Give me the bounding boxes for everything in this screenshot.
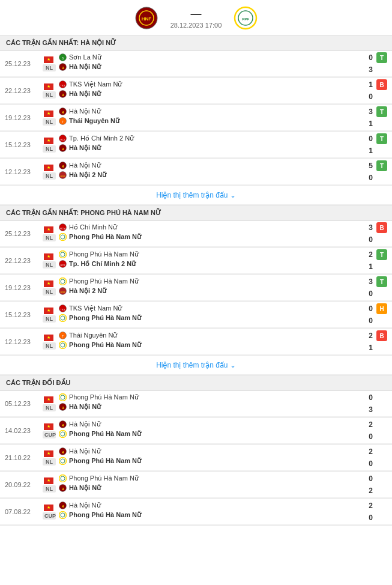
- team1-icon: S: [58, 53, 67, 61]
- match-block: 12.12.23 NL T Thái Nguyên Nữ Phong Phú H…: [0, 329, 392, 356]
- svg-text:H: H: [61, 65, 64, 69]
- score2: 0: [369, 431, 373, 442]
- team1-icon: H: [58, 501, 67, 509]
- result-badge: T: [376, 276, 387, 287]
- league-badge: NL: [43, 342, 56, 350]
- team1-icon: H: [58, 447, 67, 455]
- team2-name: Phong Phú Hà Nam Nữ: [69, 457, 141, 465]
- match-date-label: 07.08.22: [5, 508, 41, 515]
- svg-point-44: [59, 341, 66, 348]
- svg-text:H: H: [61, 92, 64, 96]
- team1-line: Phong Phú Hà Nam Nữ: [58, 276, 361, 286]
- team2-icon: [58, 511, 67, 519]
- team2-line: H Hà Nội Nữ: [58, 62, 361, 71]
- result-badge: T: [376, 106, 387, 117]
- team1-line: HC2 Tp. Hồ Chí Minh 2 Nữ: [58, 133, 361, 143]
- team2-line: Phong Phú Hà Nam Nữ: [58, 456, 361, 465]
- team2-icon: [58, 341, 67, 349]
- match-date-label: 15.12.23: [5, 141, 41, 148]
- team1-icon: H: [58, 161, 67, 169]
- match-block: 25.12.23 NL HCM Hồ Chí Minh Nữ Phong Phú…: [0, 221, 392, 248]
- team2-line: H Hà Nội Nữ: [58, 483, 361, 493]
- score-dash: —: [190, 8, 201, 20]
- team1-line: T Thái Nguyên Nữ: [58, 330, 361, 340]
- section3-matches: 05.12.23 NL Phong Phú Hà Nam Nữ H Hà Nội…: [0, 391, 392, 526]
- flag-icon: [44, 308, 53, 314]
- score2: 0: [369, 315, 373, 326]
- svg-point-40: [59, 314, 66, 321]
- team2-name: Tp. Hồ Chí Minh 2 Nữ: [69, 260, 136, 268]
- team2-line: Phong Phú Hà Nam Nữ: [58, 429, 361, 438]
- svg-point-28: [59, 233, 66, 240]
- team1-line: Phong Phú Hà Nam Nữ: [58, 392, 361, 402]
- league-badge: NL: [43, 315, 56, 323]
- flag-icon: [44, 253, 53, 260]
- flag-icon: [44, 423, 53, 430]
- team2-line: HN2 Hà Nội 2 Nữ: [58, 170, 361, 180]
- match-date-label: 20.09.22: [5, 481, 41, 488]
- svg-text:PPF: PPF: [242, 17, 249, 21]
- team1-name: Tp. Hồ Chí Minh 2 Nữ: [69, 135, 134, 142]
- flag-icon: [44, 396, 53, 403]
- league-badge: NL: [43, 172, 56, 180]
- team1-icon: HC2: [58, 134, 67, 142]
- result-badge: T: [376, 52, 387, 63]
- team2-icon: H: [58, 402, 67, 411]
- team2-line: Phong Phú Hà Nam Nữ: [58, 232, 361, 241]
- league-badge: NL: [43, 404, 56, 411]
- team2-icon: H: [58, 483, 67, 492]
- match-date-label: 22.12.23: [5, 87, 41, 94]
- result-badge: T: [376, 133, 387, 144]
- team2-line: H Hà Nội Nữ: [58, 143, 361, 153]
- svg-text:TKS: TKS: [60, 308, 65, 311]
- match-block: 15.12.23 NL HC2 Tp. Hồ Chí Minh 2 Nữ H H…: [0, 132, 392, 159]
- svg-text:HN2: HN2: [60, 174, 65, 177]
- match-block: 20.09.22 NL Phong Phú Hà Nam Nữ H Hà Nội…: [0, 472, 392, 499]
- section1-header: CÁC TRẬN GẦN NHẤT: HÀ NỘI NỮ: [0, 35, 392, 51]
- svg-text:H: H: [61, 450, 64, 453]
- match-block: 07.08.22 CUP H Hà Nội Nữ Phong Phú Hà Na…: [0, 499, 392, 526]
- team1-name: Phong Phú Hà Nam Nữ: [69, 393, 139, 401]
- match-block: 15.12.23 NL TKS TKS Việt Nam Nữ Phong Ph…: [0, 302, 392, 329]
- team2-name: Thái Nguyên Nữ: [69, 117, 119, 125]
- svg-text:T: T: [61, 334, 63, 338]
- flag-icon: [44, 477, 53, 484]
- team1-name: Hà Nội Nữ: [69, 108, 101, 115]
- score2: 1: [369, 261, 373, 272]
- league-badge: NL: [43, 485, 56, 493]
- flag-icon: [44, 83, 53, 90]
- result-badge: B: [376, 79, 387, 90]
- svg-text:H: H: [61, 405, 64, 409]
- score1: 2: [369, 500, 373, 511]
- score1: 1: [369, 79, 373, 90]
- score1: 0: [369, 392, 373, 403]
- score-area: — 28.12.2023 17:00: [170, 8, 222, 29]
- score1: 2: [369, 446, 373, 457]
- section1-show-more[interactable]: Hiện thị thêm trận đấu ⌄: [0, 186, 392, 205]
- team2-icon: T: [58, 117, 67, 125]
- team2-name: Hà Nội Nữ: [69, 90, 101, 98]
- team2-name: Hà Nội Nữ: [69, 403, 101, 411]
- match-block: 22.12.23 NL TKS TKS Việt Nam Nữ H Hà Nội…: [0, 78, 392, 105]
- team1-name: Sơn La Nữ: [69, 53, 101, 61]
- section2-show-more[interactable]: Hiện thị thêm trận đấu ⌄: [0, 356, 392, 375]
- svg-text:H: H: [61, 164, 64, 168]
- match-block: 21.10.22 NL H Hà Nội Nữ Phong Phú Hà Nam…: [0, 445, 392, 472]
- svg-point-56: [59, 457, 66, 464]
- score2: 1: [369, 118, 373, 129]
- league-badge: NL: [43, 234, 56, 241]
- team1-name: Hà Nội Nữ: [69, 420, 101, 428]
- flag-icon: [44, 335, 53, 341]
- team2-name: Hà Nội Nữ: [69, 484, 101, 492]
- flag-icon: [44, 165, 53, 171]
- team1-line: Phong Phú Hà Nam Nữ: [58, 473, 361, 483]
- team1-name: TKS Việt Nam Nữ: [69, 305, 122, 312]
- team1-icon: T: [58, 331, 67, 339]
- svg-text:HC2: HC2: [60, 263, 65, 266]
- flag-icon: [44, 56, 53, 63]
- team2-icon: H: [58, 62, 67, 71]
- result-badge: B: [376, 330, 387, 341]
- match-date-label: 15.12.23: [5, 311, 41, 318]
- team1-icon: HCM: [58, 223, 67, 231]
- team2-line: HC2 Tp. Hồ Chí Minh 2 Nữ: [58, 259, 361, 268]
